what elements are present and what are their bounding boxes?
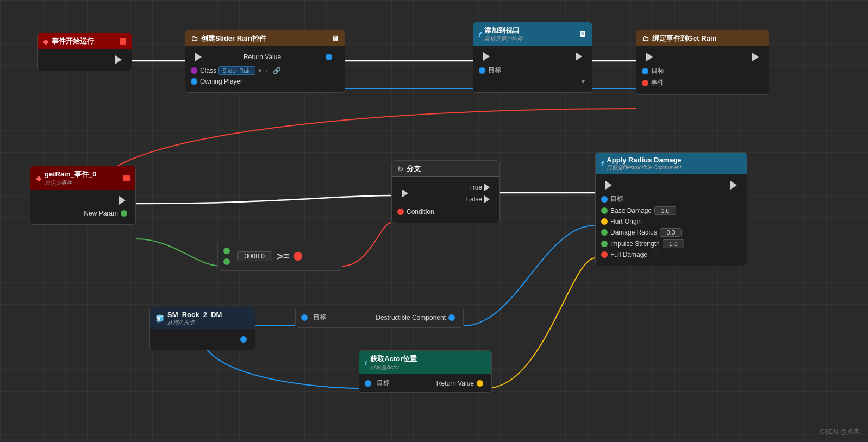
target-row: 目标 [479, 66, 586, 75]
slider-rain-badge[interactable]: Slider Rain [218, 66, 255, 75]
node-event-start[interactable]: ◆ 事件开始运行 [37, 33, 132, 71]
function-icon: f [479, 30, 481, 39]
component-side: Destructible Component [376, 314, 458, 321]
new-param-pin [121, 210, 127, 217]
owning-player-label: Owning Player [200, 78, 242, 85]
target-side: 目标 [365, 378, 390, 388]
compare-value-input[interactable]: 3000.0 [237, 251, 272, 261]
event-icon: ◆ [43, 37, 48, 46]
stop-icon [120, 38, 126, 45]
create-slider-body: Return Value Class Slider Rain ▼ ← 🔗 Own… [185, 46, 345, 92]
getrain-titles: getRain_事件_0 自定义事件 [45, 169, 96, 187]
component-label: Destructible Component [376, 314, 446, 321]
full-damage-pin [601, 251, 608, 258]
condition-label: Condition [407, 208, 434, 216]
dropdown-arrow: ▼ [257, 67, 263, 74]
add-viewport-header: f 添加到视口 目标是用户控件 🖥 [473, 22, 592, 46]
create-slider-header: 🗂 创建Slider Rain控件 🖥 [185, 30, 345, 46]
exec-out-pin [115, 55, 122, 64]
sm-rock-header: 🧊 SM_Rock_2_DM 从持久关卡 [150, 307, 255, 329]
true-label: True [469, 184, 482, 191]
return-value-label: Return Value [436, 380, 474, 387]
compare-result-pin [294, 252, 302, 261]
get-actor-pos-titles: 获取Actor位置 目标是Actor [370, 354, 417, 371]
full-damage-label: Full Damage [610, 251, 647, 258]
actor-pos-row: 目标 Return Value [365, 378, 486, 388]
node-bind-event[interactable]: 🗂 绑定事件到Get Rain 目标 事件 [636, 30, 769, 95]
target-pin [479, 67, 485, 74]
damage-radius-input[interactable]: 0.0 [660, 228, 682, 237]
node-create-slider[interactable]: 🗂 创建Slider Rain控件 🖥 Return Value Class S… [185, 30, 345, 93]
exec-out-pin [752, 53, 759, 61]
exec-in-pin [646, 53, 653, 61]
function-icon3: f [365, 359, 367, 367]
return-value-pin [477, 380, 483, 387]
hurt-origin-label: Hurt Origin [610, 218, 642, 225]
exec-in-pin [195, 53, 202, 61]
destructible-body: 目标 Destructible Component [296, 307, 463, 327]
node-get-destructible[interactable]: 目标 Destructible Component [295, 307, 464, 328]
expand-row: ▼ [479, 78, 586, 85]
exec-out-pin [119, 196, 126, 205]
event-label: 事件 [651, 78, 664, 87]
base-damage-row: Base Damage 1.0 [601, 206, 741, 215]
get-actor-pos-header: f 获取Actor位置 目标是Actor [359, 351, 491, 374]
compare-pin-bottom [223, 258, 230, 265]
exec-row: True False [397, 181, 494, 205]
full-damage-row: Full Damage [601, 251, 741, 258]
impulse-strength-pin [601, 241, 608, 247]
full-damage-checkbox[interactable] [652, 251, 659, 258]
damage-radius-pin [601, 229, 608, 236]
return-value-pin [326, 54, 332, 60]
get-actor-pos-subtitle: 目标是Actor [370, 364, 417, 371]
class-row: Class Slider Rain ▼ ← 🔗 [191, 66, 339, 75]
apply-damage-header: f Apply Radius Damage 目标是Destructible Co… [596, 153, 747, 174]
compare-row: 3000.0 >= [223, 248, 336, 265]
bind-event-header: 🗂 绑定事件到Get Rain [636, 30, 769, 46]
stop-icon2 [123, 175, 130, 181]
component-pin [448, 314, 455, 321]
getrain-title: getRain_事件_0 [45, 169, 96, 179]
add-viewport-body: 目标 ▼ [473, 46, 592, 92]
branch-title: 分支 [407, 164, 421, 174]
impulse-strength-input[interactable]: 1.0 [663, 239, 684, 248]
get-actor-pos-body: 目标 Return Value [359, 374, 491, 392]
getrain-body: New Param [30, 190, 135, 224]
return-value-label: Return Value [243, 53, 281, 61]
node-sm-rock[interactable]: 🧊 SM_Rock_2_DM 从持久关卡 [149, 307, 255, 350]
back-icon: ← [265, 67, 271, 74]
exec-row [43, 53, 126, 66]
node-compare[interactable]: 3000.0 >= [217, 242, 342, 271]
compare-pin-top [223, 248, 230, 254]
base-damage-input[interactable]: 1.0 [654, 206, 676, 215]
node-getrain-event[interactable]: ◆ getRain_事件_0 自定义事件 New Param [30, 166, 136, 225]
target-label: 目标 [313, 313, 326, 322]
watermark: CSDN @卓客 [820, 427, 860, 437]
bind-event-title: 绑定事件到Get Rain [652, 34, 716, 43]
node-branch[interactable]: ↻ 分支 True False Condition [391, 160, 500, 223]
apply-damage-body: 目标 Base Damage 1.0 Hurt Origin Damage Ra… [596, 174, 747, 266]
target-label: 目标 [651, 66, 664, 75]
compare-inputs [223, 248, 233, 265]
sm-rock-title: SM_Rock_2_DM [167, 311, 222, 319]
sm-rock-titles: SM_Rock_2_DM 从持久关卡 [167, 311, 222, 326]
target-label: 目标 [377, 378, 390, 388]
impulse-strength-row: Impulse Strength 1.0 [601, 239, 741, 248]
exec-in-pin [605, 181, 612, 190]
hurt-origin-pin [601, 218, 608, 225]
output-row [155, 336, 249, 343]
damage-radius-row: Damage Radius 0.0 [601, 228, 741, 237]
target-label: 目标 [488, 66, 501, 75]
class-label: Class [200, 67, 216, 74]
exec-row [479, 50, 586, 63]
node-get-actor-pos[interactable]: f 获取Actor位置 目标是Actor 目标 Return Value [359, 350, 492, 393]
exec-row [642, 50, 763, 64]
target-pin [301, 314, 308, 321]
node-apply-damage[interactable]: f Apply Radius Damage 目标是Destructible Co… [595, 152, 747, 266]
apply-damage-subtitle: 目标是Destructible Component [607, 164, 681, 172]
node-add-viewport[interactable]: f 添加到视口 目标是用户控件 🖥 目标 ▼ [473, 22, 592, 93]
cube-icon: 🧊 [155, 314, 164, 323]
monitor-icon2: 🖥 [579, 30, 586, 39]
return-side: Return Value [436, 380, 486, 387]
create-slider-title: 创建Slider Rain控件 [201, 34, 266, 43]
